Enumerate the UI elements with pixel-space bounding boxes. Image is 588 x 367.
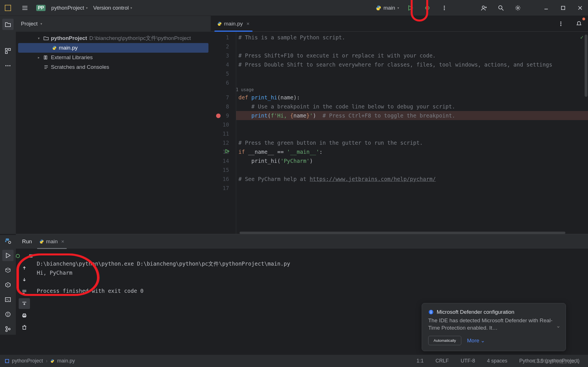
indent[interactable]: 4 spaces: [484, 358, 511, 364]
breadcrumb-item: main.py: [57, 358, 75, 364]
clear-button[interactable]: [19, 322, 30, 333]
module-icon: [5, 359, 9, 363]
code-text: }: [306, 112, 309, 119]
chevron-down-icon[interactable]: ⌄: [556, 323, 561, 329]
python-icon: [39, 239, 44, 244]
v-scrollbar[interactable]: [585, 35, 587, 97]
code-text: name: [294, 112, 307, 119]
tree-file-main[interactable]: main.py: [18, 43, 208, 53]
project-header-label: Project: [21, 21, 38, 27]
output-line: Process finished with exit code 0: [37, 288, 144, 294]
chevron-down-icon: ▾: [397, 6, 399, 10]
line-number: 17: [211, 184, 236, 193]
inspection-ok-icon[interactable]: ✓: [580, 34, 583, 40]
debug-button[interactable]: [422, 2, 433, 14]
vcs-tool-icon[interactable]: [2, 323, 14, 335]
problems-tool-icon[interactable]: [2, 309, 14, 320]
print-button[interactable]: [19, 310, 30, 321]
close-window-icon[interactable]: [574, 2, 586, 14]
project-tree: ▾ pythonProject D:\biancheng\python\pc文件…: [16, 32, 211, 234]
tree-extlib-label: External Libraries: [51, 54, 93, 61]
breadcrumb-item: pythonProject: [12, 358, 43, 364]
code-text: # Press the green button in the gutter t…: [238, 140, 423, 146]
chevron-down-icon: ▾: [38, 36, 41, 40]
app-logo-icon[interactable]: [2, 2, 14, 14]
code-text: ': [310, 112, 313, 119]
code-link[interactable]: https://www.jetbrains.com/help/pycharm/: [310, 176, 436, 182]
notification-popup: i Microsoft Defender configuration The I…: [422, 303, 566, 351]
tree-scratch-label: Scratches and Consoles: [51, 64, 109, 70]
notification-more-link[interactable]: More ⌄: [467, 337, 485, 344]
scroll-to-end-button[interactable]: [19, 298, 30, 309]
code-text: # Press Shift+F10 to execute it or repla…: [238, 52, 436, 59]
code-with-me-icon[interactable]: [478, 2, 490, 14]
minimize-window-icon[interactable]: [540, 2, 552, 14]
library-icon: [44, 55, 49, 60]
terminal-tool-icon[interactable]: [2, 294, 14, 305]
project-panel-header[interactable]: Project ▾: [16, 16, 211, 32]
scroll-up-button[interactable]: [19, 263, 30, 273]
gutter-run-icon[interactable]: [225, 149, 230, 153]
svg-rect-0: [5, 5, 11, 11]
run-tool-icon[interactable]: [2, 250, 14, 261]
close-icon[interactable]: ✕: [246, 22, 250, 26]
breadcrumb[interactable]: pythonProject › main.py: [5, 358, 75, 364]
code-text: f'Hi,: [271, 112, 290, 119]
line-ending[interactable]: CRLF: [432, 358, 452, 364]
info-icon: i: [428, 309, 434, 315]
close-icon[interactable]: ✕: [61, 239, 64, 244]
tree-root[interactable]: ▾ pythonProject D:\biancheng\python\pc文件…: [18, 33, 208, 43]
svg-rect-22: [5, 48, 7, 50]
editor-tabs: main.py ✕: [211, 16, 588, 32]
tree-external-libs[interactable]: ▸ External Libraries: [18, 53, 208, 62]
services-tool-icon[interactable]: [2, 279, 14, 291]
code-text: [238, 112, 251, 119]
output-line: Hi, PyCharm: [37, 270, 72, 276]
cursor-pos[interactable]: 1:1: [413, 358, 427, 364]
svg-line-16: [502, 9, 503, 10]
search-icon[interactable]: [495, 2, 507, 14]
editor-tab-main[interactable]: main.py ✕: [214, 18, 253, 29]
notifications-icon[interactable]: [573, 18, 585, 29]
run-config-selector[interactable]: main ▾: [376, 5, 399, 11]
scroll-down-button[interactable]: [19, 274, 30, 285]
editor-more-icon[interactable]: [555, 18, 567, 29]
more-icon[interactable]: [439, 2, 450, 14]
gutter[interactable]: 1 2 3 4 5 6 7 8 9 10 11 12 13 14 15 16 1…: [211, 32, 236, 234]
run-toolbar: [16, 249, 33, 350]
python-console-tool-icon[interactable]: [2, 235, 14, 246]
project-selector[interactable]: pythonProject ▾: [51, 5, 87, 11]
project-tool-icon[interactable]: [2, 19, 14, 30]
hamburger-menu-icon[interactable]: [19, 2, 31, 14]
tree-scratches[interactable]: Scratches and Consoles: [18, 62, 208, 72]
code-text: # Press Double Shift to search everywher…: [238, 61, 552, 68]
h-scrollbar[interactable]: [240, 232, 565, 234]
svg-point-25: [5, 65, 7, 66]
run-button[interactable]: [405, 2, 416, 14]
notification-auto-button[interactable]: Automatically: [428, 336, 461, 345]
structure-tool-icon[interactable]: [2, 45, 14, 57]
packages-tool-icon[interactable]: [2, 264, 14, 276]
code-text: print_hi(: [238, 158, 281, 164]
line-number: 9: [211, 111, 236, 120]
line-number: 15: [211, 165, 236, 174]
svg-rect-24: [5, 52, 7, 54]
line-number: 5: [211, 69, 236, 78]
maximize-window-icon[interactable]: [557, 2, 569, 14]
code-text: # Use a breakpoint in the code line belo…: [238, 103, 455, 110]
svg-point-37: [8, 241, 11, 244]
editor-body[interactable]: 1 2 3 4 5 6 7 8 9 10 11 12 13 14 15 16 1…: [211, 32, 588, 234]
svg-point-10: [444, 7, 445, 8]
code-text: (: [268, 112, 271, 119]
project-name-label: pythonProject: [51, 5, 84, 11]
line-number: 3: [211, 51, 236, 60]
breakpoint-icon[interactable]: [216, 114, 221, 118]
vcs-selector[interactable]: Version control ▾: [93, 5, 132, 11]
encoding[interactable]: UTF-8: [457, 358, 479, 364]
run-tab-main[interactable]: main ✕: [37, 236, 67, 247]
line-number: 6: [211, 78, 236, 87]
code-area[interactable]: ✓ # This is a sample Python script. # Pr…: [236, 32, 588, 234]
more-tools-icon[interactable]: [2, 60, 14, 71]
softwrap-button[interactable]: [19, 286, 30, 297]
settings-icon[interactable]: [512, 2, 524, 14]
